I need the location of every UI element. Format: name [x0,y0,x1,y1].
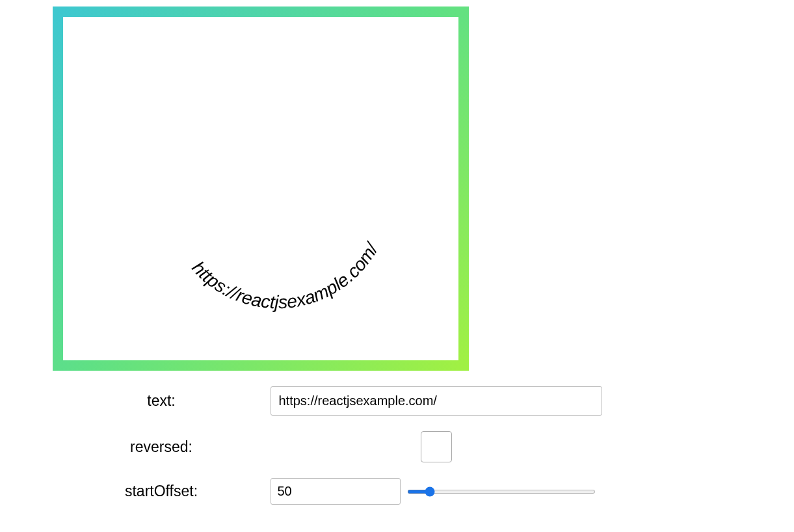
reversed-checkbox[interactable] [421,431,452,462]
startoffset-number-input[interactable] [271,478,401,505]
curved-text-canvas: https://reactjsexample.com/ [53,7,469,371]
control-row-reversed: reversed: [53,431,742,462]
startoffset-slider[interactable] [407,490,596,494]
controls-panel: text: reversed: startOffset: [53,386,742,505]
reversed-label: reversed: [53,438,271,456]
curved-text: https://reactjsexample.com/ [188,238,383,312]
control-row-text: text: [53,386,742,416]
text-input[interactable] [271,386,602,416]
startoffset-label: startOffset: [53,483,271,500]
curved-text-svg: https://reactjsexample.com/ [63,17,458,360]
control-row-startoffset: startOffset: [53,478,742,505]
text-label: text: [53,392,271,410]
